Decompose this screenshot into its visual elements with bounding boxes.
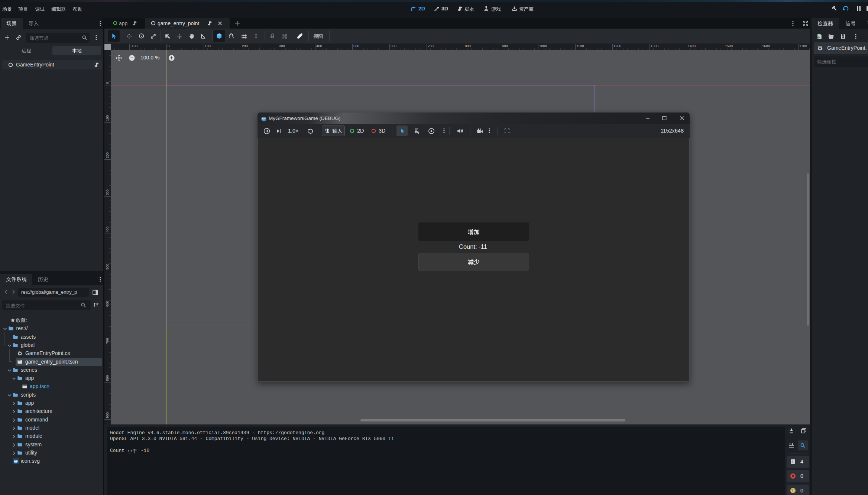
svg-text:1000: 1000 bbox=[539, 44, 547, 48]
svg-text:1100: 1100 bbox=[576, 44, 584, 48]
svg-text:1300: 1300 bbox=[651, 44, 658, 48]
svg-text:1200: 1200 bbox=[613, 44, 621, 48]
svg-text:1400: 1400 bbox=[688, 44, 696, 48]
svg-text:200: 200 bbox=[105, 152, 109, 158]
svg-text:300: 300 bbox=[279, 44, 285, 48]
svg-text:0: 0 bbox=[168, 44, 169, 48]
svg-text:700: 700 bbox=[428, 44, 434, 48]
svg-text:800: 800 bbox=[105, 375, 109, 381]
svg-text:0: 0 bbox=[105, 82, 109, 84]
svg-text:900: 900 bbox=[105, 412, 109, 418]
svg-text:400: 400 bbox=[316, 44, 322, 48]
svg-text:400: 400 bbox=[105, 227, 109, 232]
svg-text:600: 600 bbox=[391, 44, 396, 48]
svg-text:100: 100 bbox=[205, 44, 211, 48]
svg-text:800: 800 bbox=[465, 44, 471, 48]
svg-text:1600: 1600 bbox=[762, 44, 770, 48]
svg-text:200: 200 bbox=[242, 44, 248, 48]
svg-text:100: 100 bbox=[105, 115, 109, 121]
svg-text:300: 300 bbox=[105, 189, 109, 195]
svg-text:600: 600 bbox=[105, 301, 109, 307]
svg-text:-100: -100 bbox=[130, 44, 137, 48]
svg-text:700: 700 bbox=[105, 338, 109, 344]
svg-text:1500: 1500 bbox=[725, 44, 733, 48]
svg-text:500: 500 bbox=[105, 264, 109, 270]
svg-text:900: 900 bbox=[502, 44, 508, 48]
svg-text:500: 500 bbox=[353, 44, 359, 48]
svg-text:1700: 1700 bbox=[799, 44, 807, 48]
